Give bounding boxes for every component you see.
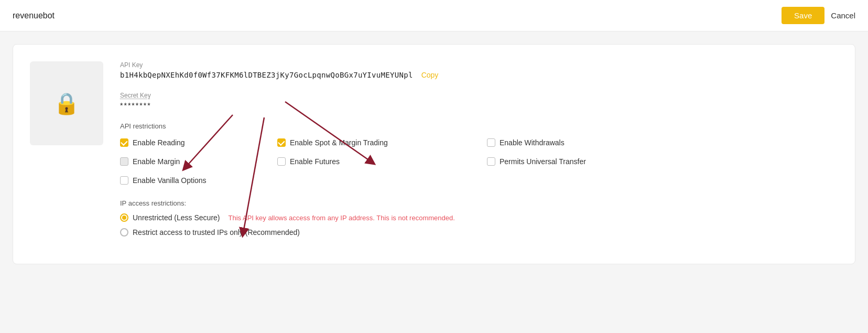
checkbox-enable-vanilla[interactable]: Enable Vanilla Options: [120, 176, 277, 185]
api-restrictions-label: API restrictions: [120, 122, 838, 130]
page-content: 🔒 API Key b1H4kbQepNXEhKd0f0Wf37KFKM6lDT…: [0, 31, 868, 277]
checkbox-enable-withdrawals[interactable]: Enable Withdrawals: [487, 138, 838, 147]
save-button[interactable]: Save: [782, 7, 824, 24]
radio-restricted[interactable]: Restrict access to trusted IPs only (Rec…: [120, 228, 838, 237]
checkbox-enable-vanilla-label: Enable Vanilla Options: [133, 176, 207, 185]
checkbox-enable-reading-input[interactable]: [120, 138, 128, 147]
radio-restricted-input[interactable]: [120, 228, 128, 237]
ip-restrictions-label: IP access restrictions:: [120, 199, 838, 207]
lock-icon: 🔒: [53, 91, 80, 116]
checkbox-permits-transfer-input[interactable]: [487, 157, 495, 166]
checkbox-enable-vanilla-input[interactable]: [120, 176, 128, 185]
checkbox-permits-transfer-label: Permits Universal Transfer: [500, 157, 586, 166]
unrestricted-warning: This API key allows access from any IP a…: [229, 214, 455, 222]
checkbox-col-2: Enable Spot & Margin Trading Enable Futu…: [277, 138, 487, 185]
checkbox-enable-futures-label: Enable Futures: [290, 157, 340, 166]
checkbox-enable-futures[interactable]: Enable Futures: [277, 157, 487, 166]
copy-button[interactable]: Copy: [421, 71, 439, 79]
form-section: API Key b1H4kbQepNXEhKd0f0Wf37KFKM6lDTBE…: [120, 61, 838, 243]
api-key-row: b1H4kbQepNXEhKd0f0Wf37KFKM6lDTBEZ3jKy7Go…: [120, 71, 838, 79]
main-card: 🔒 API Key b1H4kbQepNXEhKd0f0Wf37KFKM6lDT…: [13, 44, 855, 264]
radio-restricted-label: Restrict access to trusted IPs only (Rec…: [133, 228, 300, 237]
checkbox-enable-withdrawals-input[interactable]: [487, 138, 495, 147]
api-key-value: b1H4kbQepNXEhKd0f0Wf37KFKM6lDTBEZ3jKy7Go…: [120, 71, 413, 79]
radio-unrestricted[interactable]: Unrestricted (Less Secure) This API key …: [120, 213, 838, 222]
checkbox-enable-futures-input[interactable]: [277, 157, 286, 166]
radio-unrestricted-label: Unrestricted (Less Secure): [133, 213, 220, 222]
checkbox-enable-reading[interactable]: Enable Reading: [120, 138, 277, 147]
avatar: 🔒: [30, 61, 103, 145]
checkbox-enable-spot-input[interactable]: [277, 138, 286, 147]
radio-unrestricted-input[interactable]: [120, 213, 128, 222]
checkboxes-grid: Enable Reading Enable Margin Enable Vani…: [120, 138, 838, 185]
page-title: revenuebot: [13, 11, 55, 20]
api-key-label: API Key: [120, 61, 838, 69]
secret-key-value: ********: [120, 101, 838, 110]
checkbox-permits-transfer[interactable]: Permits Universal Transfer: [487, 157, 838, 166]
checkbox-enable-spot-label: Enable Spot & Margin Trading: [290, 138, 388, 147]
top-bar-actions: Save Cancel: [782, 7, 855, 24]
checkbox-enable-spot[interactable]: Enable Spot & Margin Trading: [277, 138, 487, 147]
secret-key-label: Secret Key: [120, 92, 838, 99]
checkbox-enable-margin-label: Enable Margin: [133, 157, 180, 166]
checkbox-col-1: Enable Reading Enable Margin Enable Vani…: [120, 138, 277, 185]
checkbox-enable-withdrawals-label: Enable Withdrawals: [500, 138, 565, 147]
cancel-button[interactable]: Cancel: [831, 11, 855, 20]
checkbox-enable-margin-input[interactable]: [120, 157, 128, 166]
checkbox-col-3: Enable Withdrawals Permits Universal Tra…: [487, 138, 838, 185]
checkbox-enable-margin[interactable]: Enable Margin: [120, 157, 277, 166]
top-bar: revenuebot Save Cancel: [0, 0, 868, 31]
checkbox-enable-reading-label: Enable Reading: [133, 138, 185, 147]
